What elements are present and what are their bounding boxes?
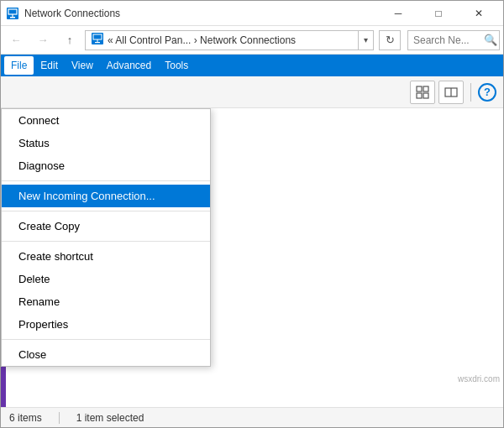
svg-rect-10 [417, 93, 422, 98]
view-toggle-button[interactable] [410, 81, 435, 104]
window-title: Network Connections [24, 8, 379, 19]
title-bar: Network Connections ─ □ ✕ [1, 1, 503, 26]
window-controls: ─ □ ✕ [379, 1, 498, 26]
refresh-button[interactable]: ↻ [379, 30, 401, 50]
menu-item-create-shortcut[interactable]: Create shortcut [2, 245, 210, 268]
file-dropdown-menu: Connect Status Diagnose New Incoming Con… [1, 108, 211, 367]
menu-bar: File Edit View Advanced Tools [1, 55, 503, 76]
menu-edit[interactable]: Edit [34, 56, 65, 75]
menu-item-properties[interactable]: Properties [2, 313, 210, 336]
window-icon [6, 7, 19, 20]
address-icon [91, 32, 104, 48]
toolbar: ? [1, 76, 503, 108]
toolbar-separator [470, 83, 471, 102]
menu-item-create-copy[interactable]: Create Copy [2, 215, 210, 237]
menu-item-diagnose[interactable]: Diagnose [2, 154, 210, 177]
menu-advanced[interactable]: Advanced [100, 56, 158, 75]
close-button[interactable]: ✕ [459, 1, 498, 26]
menu-item-status[interactable]: Status [2, 132, 210, 154]
svg-rect-8 [417, 86, 422, 91]
menu-file[interactable]: File [4, 56, 34, 75]
maximize-button[interactable]: □ [419, 1, 458, 26]
menu-item-delete[interactable]: Delete [2, 268, 210, 290]
search-box: 🔍 [407, 30, 500, 50]
menu-item-rename[interactable]: Rename [2, 290, 210, 313]
svg-rect-9 [423, 86, 428, 91]
search-icon: 🔍 [484, 34, 497, 46]
items-count: 6 items [9, 412, 42, 424]
panel-button[interactable] [438, 81, 464, 104]
back-button[interactable]: ← [4, 29, 28, 52]
menu-separator-1 [2, 180, 210, 181]
address-text: « All Control Pan... › Network Connectio… [108, 34, 296, 46]
window: Network Connections ─ □ ✕ ← → ↑ « All [0, 0, 504, 428]
status-separator [59, 412, 60, 424]
address-path[interactable]: « All Control Pan... › Network Connectio… [85, 30, 359, 50]
selected-count: 1 item selected [76, 412, 144, 424]
menu-separator-4 [2, 339, 210, 340]
search-input[interactable] [413, 34, 480, 46]
address-dropdown-button[interactable]: ▾ [359, 30, 374, 50]
svg-rect-11 [423, 93, 428, 98]
forward-button[interactable]: → [31, 29, 55, 52]
menu-separator-2 [2, 211, 210, 211]
svg-rect-7 [95, 42, 100, 43]
svg-rect-3 [10, 17, 15, 18]
address-bar: ← → ↑ « All Control Pan... › Network Con… [1, 26, 503, 55]
menu-item-close[interactable]: Close [2, 343, 210, 366]
menu-item-connect[interactable]: Connect [2, 109, 210, 132]
menu-view[interactable]: View [65, 56, 100, 75]
up-button[interactable]: ↑ [58, 29, 81, 52]
help-button[interactable]: ? [478, 83, 496, 102]
minimize-button[interactable]: ─ [379, 1, 417, 26]
content-area: Default Disconnected WAN Miniport (IKEv2… [1, 108, 503, 407]
menu-tools[interactable]: Tools [158, 56, 195, 75]
status-bar: 6 items 1 item selected [1, 407, 503, 427]
menu-separator-3 [2, 241, 210, 242]
menu-item-new-incoming[interactable]: New Incoming Connection... [2, 185, 210, 207]
watermark: wsxdri.com [458, 374, 500, 384]
